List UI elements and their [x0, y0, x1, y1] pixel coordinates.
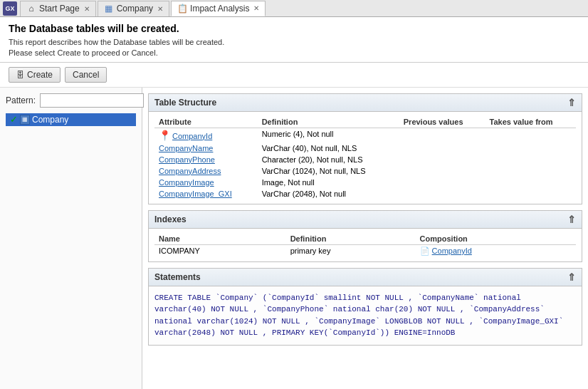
indexes-collapse-icon[interactable]: ⇑: [567, 214, 576, 225]
doc-icon: 📄: [420, 247, 430, 256]
prev-cell: [399, 154, 485, 165]
attr-row: CompanyImage_GXIVarChar (2048), Not null: [154, 188, 576, 199]
idx-def-cell: primary key: [286, 244, 416, 257]
col-attribute: Attribute: [154, 116, 258, 128]
attributes-table: Attribute Definition Previous values Tak…: [154, 116, 576, 199]
table-icon: ▦: [104, 4, 114, 14]
tab-start-page[interactable]: ⌂ Start Page ✕: [20, 1, 96, 16]
tab-company[interactable]: ▦ Company ✕: [98, 1, 169, 16]
cancel-button[interactable]: Cancel: [65, 67, 107, 83]
pattern-input[interactable]: [40, 93, 144, 108]
report-icon: 📋: [177, 4, 187, 14]
table-structure-collapse-icon[interactable]: ⇑: [567, 97, 576, 108]
check-icon: ✓: [9, 115, 19, 125]
takes-cell: [485, 177, 576, 188]
tab-impact-label: Impact Analysis: [190, 4, 249, 14]
create-button[interactable]: 🗄 Create: [9, 67, 61, 83]
tree-item-label: Company: [32, 115, 68, 125]
idx-row: ICOMPANYprimary key📄CompanyId: [154, 244, 576, 257]
indexes-section: Indexes ⇑ Name Definition Composition IC…: [148, 210, 582, 262]
toolbar: 🗄 Create Cancel: [0, 63, 588, 88]
tab-impact-analysis[interactable]: 📋 Impact Analysis ✕: [171, 1, 266, 16]
attr-link[interactable]: CompanyName: [159, 144, 213, 152]
statements-body: CREATE TABLE `Company` (`CompanyId` smal…: [149, 286, 582, 345]
tab-bar: GX ⌂ Start Page ✕ ▦ Company ✕ 📋 Impact A…: [0, 0, 588, 17]
attr-row: 📍CompanyIdNumeric (4), Not null: [154, 128, 576, 142]
create-btn-icon: 🗄: [16, 71, 24, 79]
attr-cell: CompanyImage: [154, 177, 258, 188]
def-cell: Image, Not null: [258, 177, 399, 188]
def-cell: Character (20), Not null, NLS: [258, 154, 399, 165]
attr-row: CompanyPhoneCharacter (20), Not null, NL…: [154, 154, 576, 165]
col-previous: Previous values: [399, 116, 485, 128]
table-structure-section: Table Structure ⇑ Attribute Definition P…: [148, 93, 582, 204]
attr-link[interactable]: CompanyAddress: [159, 167, 221, 175]
pattern-label: Pattern:: [6, 95, 36, 105]
right-panel: Table Structure ⇑ Attribute Definition P…: [142, 88, 588, 389]
attr-row: CompanyImageImage, Not null: [154, 177, 576, 188]
table-structure-title: Table Structure: [154, 98, 216, 108]
def-cell: Numeric (4), Not null: [258, 128, 399, 142]
pk-icon: 📍: [159, 130, 171, 141]
tab-company-label: Company: [117, 4, 153, 14]
indexes-table: Name Definition Composition ICOMPANYprim…: [154, 233, 576, 257]
indexes-header: Indexes ⇑: [149, 211, 582, 229]
table-structure-header: Table Structure ⇑: [149, 94, 582, 112]
header-section: The Database tables will be created. Thi…: [0, 17, 588, 63]
attr-cell: CompanyImage_GXI: [154, 188, 258, 199]
header-desc-line1: This report describes how the Database t…: [9, 37, 579, 59]
prev-cell: [399, 128, 485, 142]
app-logo: GX: [3, 1, 17, 16]
idx-col-def: Definition: [286, 233, 416, 245]
idx-col-name: Name: [154, 233, 286, 245]
col-definition: Definition: [258, 116, 399, 128]
attr-link[interactable]: CompanyPhone: [159, 155, 215, 164]
idx-name-cell: ICOMPANY: [154, 244, 286, 257]
takes-cell: [485, 165, 576, 177]
idx-col-comp: Composition: [416, 233, 576, 245]
attr-link[interactable]: CompanyImage: [159, 178, 214, 187]
attr-link[interactable]: CompanyId: [172, 132, 212, 140]
statements-collapse-icon[interactable]: ⇑: [567, 271, 576, 283]
def-cell: VarChar (40), Not null, NLS: [258, 142, 399, 154]
def-cell: VarChar (1024), Not null, NLS: [258, 165, 399, 177]
indexes-title: Indexes: [154, 214, 187, 224]
page-title: The Database tables will be created.: [9, 23, 579, 34]
col-takes: Takes value from: [485, 116, 576, 128]
attr-cell: CompanyName: [154, 142, 258, 154]
body-split: Pattern: ✓ ▦ Company Table Structure ⇑: [0, 88, 588, 389]
table-structure-body: Attribute Definition Previous values Tak…: [149, 112, 582, 204]
prev-cell: [399, 165, 485, 177]
prev-cell: [399, 142, 485, 154]
takes-cell: [485, 188, 576, 199]
statements-header: Statements ⇑: [149, 269, 582, 286]
attr-link[interactable]: CompanyImage_GXI: [159, 190, 232, 198]
takes-cell: [485, 128, 576, 142]
takes-cell: [485, 154, 576, 165]
statements-section: Statements ⇑ CREATE TABLE `Company` (`Co…: [148, 268, 582, 346]
idx-comp-cell: 📄CompanyId: [416, 244, 576, 257]
def-cell: VarChar (2048), Not null: [258, 188, 399, 199]
prev-cell: [399, 188, 485, 199]
prev-cell: [399, 177, 485, 188]
tab-start-close[interactable]: ✕: [84, 5, 90, 13]
attr-cell: 📍CompanyId: [154, 128, 258, 142]
left-panel: Pattern: ✓ ▦ Company: [0, 88, 142, 389]
main-content: The Database tables will be created. Thi…: [0, 17, 588, 389]
tab-impact-close[interactable]: ✕: [253, 4, 259, 12]
statements-title: Statements: [154, 272, 201, 282]
tree-item-company[interactable]: ✓ ▦ Company: [6, 113, 136, 126]
tab-company-close[interactable]: ✕: [157, 5, 163, 13]
pattern-row: Pattern:: [6, 93, 136, 108]
tab-start-label: Start Page: [39, 4, 80, 14]
idx-comp-link[interactable]: CompanyId: [432, 247, 472, 255]
table-icon: ▦: [20, 115, 30, 125]
indexes-body: Name Definition Composition ICOMPANYprim…: [149, 229, 582, 261]
attr-cell: CompanyAddress: [154, 165, 258, 177]
home-icon: ⌂: [26, 4, 36, 14]
attr-row: CompanyAddressVarChar (1024), Not null, …: [154, 165, 576, 177]
attr-row: CompanyNameVarChar (40), Not null, NLS: [154, 142, 576, 154]
attr-cell: CompanyPhone: [154, 154, 258, 165]
sql-statement: CREATE TABLE `Company` (`CompanyId` smal…: [154, 292, 576, 339]
takes-cell: [485, 142, 576, 154]
